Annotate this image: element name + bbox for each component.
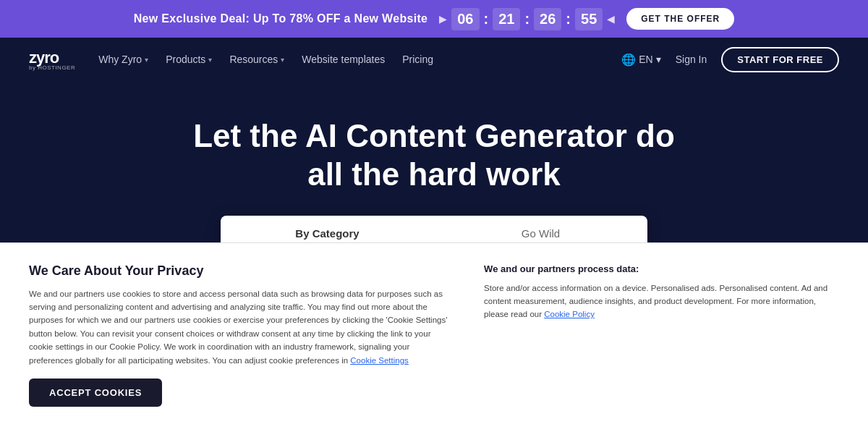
nav-links: Why Zyro ▾ Products ▾ Resources ▾ Websit… — [98, 54, 598, 65]
logo-byline: by HOSTINGER — [29, 64, 75, 71]
privacy-right: We and our partners process data: Store … — [484, 263, 839, 407]
globe-icon: 🌐 — [621, 53, 636, 67]
countdown-timer: ▶ 06 : 21 : 26 : 55 ◀ — [439, 8, 615, 30]
navbar: zyro by HOSTINGER Why Zyro ▾ Products ▾ … — [0, 38, 868, 81]
chevron-down-icon: ▾ — [208, 56, 212, 64]
hero-title: Let the AI Content Generator do all the … — [193, 117, 675, 194]
chevron-down-icon: ▾ — [145, 56, 148, 64]
timer-arrow-right-icon: ◀ — [607, 13, 615, 25]
logo[interactable]: zyro by HOSTINGER — [29, 48, 75, 71]
accept-cookies-button[interactable]: ACCEPT COOKIES — [29, 379, 162, 407]
cookie-policy-link[interactable]: Cookie Policy — [544, 310, 595, 318]
privacy-right-title: We and our partners process data: — [484, 263, 839, 274]
start-for-free-button[interactable]: START FOR FREE — [721, 47, 839, 72]
top-banner: New Exclusive Deal: Up To 78% OFF a New … — [0, 0, 868, 38]
cookie-settings-link[interactable]: Cookie Settings — [350, 356, 409, 365]
get-offer-button[interactable]: GET THE OFFER — [626, 8, 734, 30]
nav-item-why-zyro[interactable]: Why Zyro ▾ — [98, 54, 148, 65]
privacy-body: We and our partners use cookies to store… — [29, 287, 455, 367]
privacy-title: We Care About Your Privacy — [29, 263, 455, 279]
nav-item-products[interactable]: Products ▾ — [166, 54, 212, 65]
timer-minutes: 21 — [493, 8, 520, 30]
timer-colon-1: : — [484, 11, 489, 28]
nav-item-website-templates[interactable]: Website templates — [302, 54, 385, 65]
chevron-down-icon: ▾ — [656, 54, 661, 65]
language-selector[interactable]: 🌐 EN ▾ — [621, 53, 660, 67]
timer-hours: 06 — [451, 8, 479, 30]
nav-item-resources[interactable]: Resources ▾ — [229, 54, 284, 65]
chevron-down-icon: ▾ — [281, 56, 284, 64]
timer-milliseconds: 55 — [575, 8, 603, 30]
privacy-right-body: Store and/or access information on a dev… — [484, 282, 839, 321]
timer-seconds: 26 — [534, 8, 561, 30]
privacy-overlay: We Care About Your Privacy We and our pa… — [0, 242, 868, 427]
nav-item-pricing[interactable]: Pricing — [402, 54, 433, 65]
timer-colon-3: : — [566, 11, 571, 28]
timer-colon-2: : — [524, 11, 529, 28]
banner-text: New Exclusive Deal: Up To 78% OFF a New … — [134, 12, 428, 25]
privacy-left: We Care About Your Privacy We and our pa… — [29, 263, 455, 407]
nav-right: 🌐 EN ▾ Sign In START FOR FREE — [621, 47, 839, 72]
timer-arrow-icon: ▶ — [439, 13, 447, 25]
sign-in-link[interactable]: Sign In — [676, 54, 707, 65]
